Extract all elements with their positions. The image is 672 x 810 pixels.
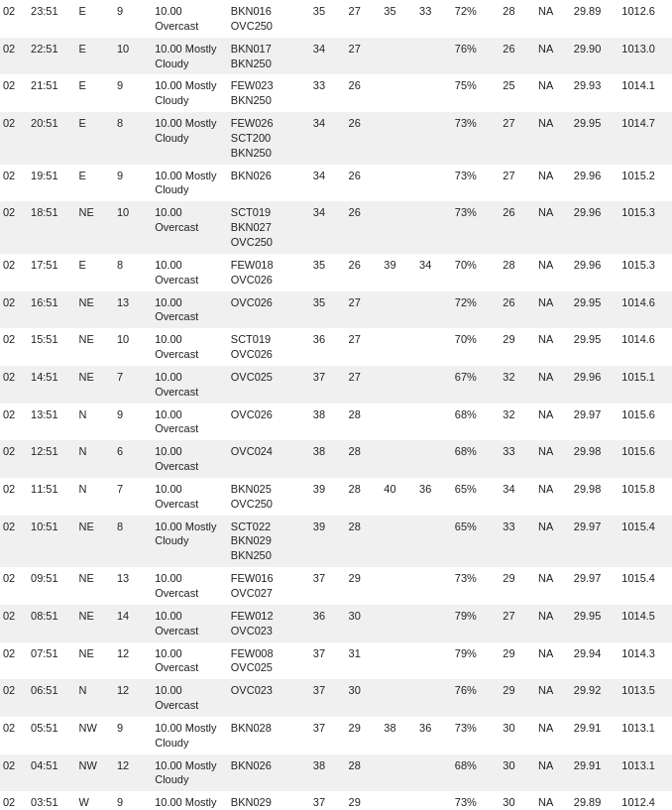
- cell-1: 13:51: [28, 404, 76, 441]
- cell-3: 9: [114, 0, 152, 38]
- cell-13: 29.89: [571, 0, 619, 38]
- cell-2: NE: [76, 366, 114, 404]
- cell-13: 29.96: [571, 366, 619, 404]
- cell-6: 37: [310, 679, 346, 717]
- cell-13: 29.98: [571, 440, 619, 478]
- cell-13: 29.92: [571, 679, 619, 717]
- cell-0: 02: [0, 291, 28, 329]
- cell-8: [381, 291, 416, 329]
- cell-3: 12: [114, 679, 152, 717]
- cell-2: NE: [76, 201, 114, 254]
- table-row: 0216:51NE1310.00 OvercastOVC026352772%26…: [0, 291, 672, 329]
- cell-13: 29.91: [571, 717, 619, 754]
- cell-1: 20:51: [28, 112, 76, 165]
- cell-14: 1014.3: [618, 642, 672, 680]
- cell-1: 06:51: [28, 679, 76, 717]
- cell-10: 70%: [452, 254, 501, 291]
- cell-0: 02: [0, 478, 28, 516]
- cell-0: 02: [0, 112, 28, 165]
- cell-9: [416, 440, 452, 478]
- cell-3: 9: [114, 165, 152, 202]
- cell-5: FEW016 OVC027: [228, 567, 310, 605]
- cell-9: [416, 366, 452, 404]
- cell-4: 10.00 Overcast: [152, 201, 228, 254]
- cell-4: 10.00 Overcast: [152, 366, 228, 404]
- cell-14: 1013.1: [618, 717, 672, 754]
- cell-7: 27: [346, 38, 382, 75]
- cell-14: 1013.1: [618, 754, 672, 792]
- cell-10: 73%: [452, 112, 501, 165]
- cell-5: BKN026: [228, 165, 310, 202]
- cell-11: 27: [500, 165, 535, 202]
- cell-10: 73%: [452, 717, 501, 754]
- cell-13: 29.96: [571, 254, 619, 291]
- cell-10: 73%: [452, 567, 501, 605]
- cell-9: [416, 516, 452, 568]
- cell-7: 28: [346, 404, 382, 441]
- cell-3: 9: [114, 791, 152, 810]
- cell-14: 1015.3: [618, 201, 672, 254]
- cell-5: BKN029: [228, 791, 310, 810]
- cell-4: 10.00 Overcast: [152, 440, 228, 478]
- cell-12: NA: [535, 112, 571, 165]
- cell-7: 26: [346, 74, 382, 112]
- cell-14: 1015.6: [618, 440, 672, 478]
- table-row: 0221:51E910.00 Mostly CloudyFEW023 BKN25…: [0, 74, 672, 112]
- cell-7: 27: [346, 328, 382, 366]
- cell-1: 23:51: [28, 0, 76, 38]
- cell-5: SCT022 BKN029 BKN250: [228, 516, 310, 568]
- cell-4: 10.00 Mostly Cloudy: [152, 112, 228, 165]
- cell-10: 73%: [452, 165, 501, 202]
- table-row: 0222:51E1010.00 Mostly CloudyBKN017 BKN2…: [0, 38, 672, 75]
- cell-12: NA: [535, 366, 571, 404]
- cell-8: [381, 366, 416, 404]
- cell-6: 37: [310, 791, 346, 810]
- cell-13: 29.95: [571, 328, 619, 366]
- cell-12: NA: [535, 201, 571, 254]
- cell-0: 02: [0, 605, 28, 642]
- cell-1: 14:51: [28, 366, 76, 404]
- cell-5: FEW026 SCT200 BKN250: [228, 112, 310, 165]
- cell-3: 6: [114, 440, 152, 478]
- cell-8: [381, 567, 416, 605]
- cell-0: 02: [0, 717, 28, 754]
- cell-8: [381, 754, 416, 792]
- cell-12: NA: [535, 440, 571, 478]
- cell-14: 1015.4: [618, 516, 672, 568]
- cell-6: 37: [310, 366, 346, 404]
- cell-5: BKN025 OVC250: [228, 478, 310, 516]
- table-row: 0213:51N910.00 OvercastOVC026382868%32NA…: [0, 404, 672, 441]
- cell-10: 65%: [452, 516, 501, 568]
- cell-6: 39: [310, 478, 346, 516]
- cell-12: NA: [535, 642, 571, 680]
- cell-10: 68%: [452, 754, 501, 792]
- cell-4: 10.00 Mostly Cloudy: [152, 717, 228, 754]
- cell-12: NA: [535, 717, 571, 754]
- cell-8: [381, 440, 416, 478]
- cell-9: [416, 567, 452, 605]
- cell-5: OVC026: [228, 291, 310, 329]
- cell-3: 12: [114, 754, 152, 792]
- cell-10: 70%: [452, 328, 501, 366]
- cell-0: 02: [0, 254, 28, 291]
- cell-2: E: [76, 112, 114, 165]
- cell-11: 29: [500, 328, 535, 366]
- cell-7: 30: [346, 679, 382, 717]
- cell-10: 76%: [452, 38, 501, 75]
- cell-9: [416, 679, 452, 717]
- weather-data-table: 0223:51E910.00 OvercastBKN016 OVC2503527…: [0, 0, 672, 810]
- cell-5: FEW012 OVC023: [228, 605, 310, 642]
- cell-9: [416, 791, 452, 810]
- cell-4: 10.00 Mostly Cloudy: [152, 38, 228, 75]
- cell-11: 25: [500, 74, 535, 112]
- cell-11: 29: [500, 567, 535, 605]
- cell-6: 35: [310, 254, 346, 291]
- cell-7: 26: [346, 254, 382, 291]
- cell-3: 8: [114, 112, 152, 165]
- table-row: 0218:51NE1010.00 OvercastSCT019 BKN027 O…: [0, 201, 672, 254]
- cell-11: 26: [500, 38, 535, 75]
- cell-7: 27: [346, 366, 382, 404]
- cell-12: NA: [535, 791, 571, 810]
- cell-13: 29.98: [571, 478, 619, 516]
- table-row: 0205:51NW910.00 Mostly CloudyBKN02837293…: [0, 717, 672, 754]
